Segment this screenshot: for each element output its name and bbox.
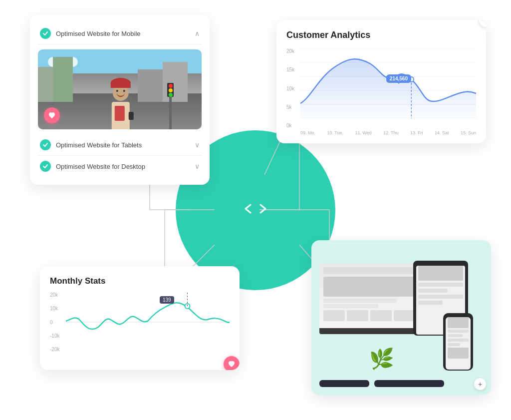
checklist-label-mobile: Optimised Website for Mobile	[56, 30, 141, 37]
heart-badge-top	[44, 107, 60, 123]
y-axis-labels: 20k 15k 10k 5k 0k	[286, 48, 300, 128]
card-mobile: Optimised Website for Mobile ∧	[30, 15, 210, 185]
plus-button-devices[interactable]: +	[474, 378, 486, 390]
x-axis-labels: 09. Mo. 10. Tue. 11. Wed 12. Thu 13. Fri…	[286, 130, 476, 135]
monthly-chart-area: 20k 10k 0 -10k -20k	[50, 292, 230, 362]
devices-bottom-bar	[319, 377, 483, 387]
monthly-tooltip: 139	[160, 296, 174, 304]
checklist-item-tablets[interactable]: Optimised Website for Tablets ∨	[38, 134, 202, 156]
chevron-desktop: ∨	[195, 162, 200, 170]
analytics-svg	[300, 48, 476, 118]
scene: Optimised Website for Mobile ∧	[0, 0, 511, 420]
analytics-tooltip: 214,560	[386, 74, 411, 83]
dark-bar-1	[319, 380, 369, 387]
dark-bar-2	[374, 380, 444, 387]
card-devices: 🌿 +	[311, 240, 491, 395]
card-analytics: + Customer Analytics 20k 15k 10k 5k 0k	[276, 20, 486, 143]
laptop	[319, 263, 429, 341]
person-figure	[112, 85, 130, 129]
monthly-title: Monthly Stats	[50, 276, 230, 286]
analytics-title: Customer Analytics	[286, 30, 476, 40]
analytics-chart-area: 20k 15k 10k 5k 0k	[286, 48, 476, 128]
checklist-item-desktop[interactable]: Optimised Website for Desktop ∨	[38, 156, 202, 177]
plant-decoration: 🌿	[369, 347, 394, 371]
card-monthly: Monthly Stats 20k 10k 0 -10k -20k	[40, 266, 240, 370]
plus-button-analytics[interactable]: +	[479, 20, 486, 27]
chevron-tablets: ∨	[195, 141, 200, 149]
check-icon-desktop	[40, 161, 51, 172]
heart-badge-monthly	[224, 356, 240, 370]
code-icon	[244, 202, 267, 218]
checklist-label-tablets: Optimised Website for Tablets	[56, 141, 142, 149]
monthly-svg	[66, 292, 230, 352]
phone	[443, 313, 473, 371]
check-icon-mobile	[40, 28, 51, 39]
check-icon-tablets	[40, 139, 51, 150]
devices-display: 🌿	[319, 258, 483, 373]
photo-container	[38, 49, 202, 129]
chevron-mobile: ∧	[195, 29, 200, 37]
monthly-y-labels: 20k 10k 0 -10k -20k	[50, 292, 66, 352]
checklist-item-mobile[interactable]: Optimised Website for Mobile ∧	[38, 23, 202, 44]
checklist-label-desktop: Optimised Website for Desktop	[56, 163, 145, 170]
